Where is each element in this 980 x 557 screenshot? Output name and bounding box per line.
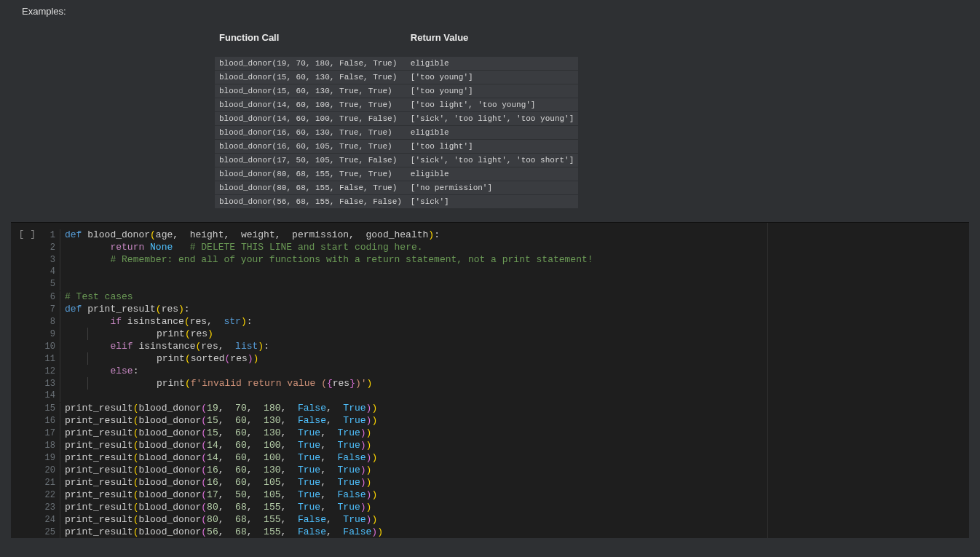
line-number: 21 bbox=[40, 477, 60, 489]
code-text[interactable]: print(f'invalid return value ({res})') bbox=[65, 377, 372, 390]
cell-function-call: blood_donor(14, 60, 100, True, False) bbox=[215, 112, 406, 125]
line-number: 19 bbox=[40, 452, 60, 465]
code-line[interactable]: 24print_result(blood_donor(80, 68, 155, … bbox=[40, 513, 969, 526]
code-line[interactable]: 17print_result(blood_donor(15, 60, 130, … bbox=[40, 427, 969, 439]
code-editor[interactable]: 1def blood_donor(age, height, weight, pe… bbox=[40, 223, 969, 538]
line-number: 23 bbox=[40, 502, 60, 514]
code-line[interactable]: 13 print(f'invalid return value ({res})'… bbox=[40, 377, 969, 390]
cell-return-value: ['sick'] bbox=[406, 195, 578, 208]
line-number: 14 bbox=[40, 390, 60, 402]
markdown-cell: Examples: Function Call Return Value blo… bbox=[0, 0, 980, 222]
code-cell[interactable]: [ ] 1def blood_donor(age, height, weight… bbox=[11, 222, 969, 538]
code-text[interactable]: print_result(blood_donor(16, 60, 130, Tr… bbox=[65, 464, 371, 476]
examples-label: Examples: bbox=[22, 6, 958, 17]
line-number: 15 bbox=[40, 403, 60, 415]
code-line[interactable]: 2 return None # DELETE THIS LINE and sta… bbox=[40, 241, 969, 253]
line-number: 18 bbox=[40, 440, 60, 452]
cell-return-value: ['too light', 'too young'] bbox=[406, 98, 578, 111]
line-number: 2 bbox=[40, 242, 60, 254]
col-header-return: Return Value bbox=[406, 28, 578, 56]
line-number: 8 bbox=[40, 316, 60, 328]
cell-function-call: blood_donor(19, 70, 180, False, True) bbox=[215, 57, 406, 70]
table-row: blood_donor(17, 50, 105, True, False)['s… bbox=[215, 154, 578, 167]
code-line[interactable]: 5 bbox=[40, 278, 969, 291]
code-line[interactable]: 22print_result(blood_donor(17, 50, 105, … bbox=[40, 489, 969, 501]
code-line[interactable]: 8 if isinstance(res, str): bbox=[40, 315, 969, 328]
examples-table: Function Call Return Value blood_donor(1… bbox=[215, 27, 578, 209]
cell-function-call: blood_donor(80, 68, 155, True, True) bbox=[215, 167, 406, 181]
code-line[interactable]: 15print_result(blood_donor(19, 70, 180, … bbox=[40, 402, 969, 414]
code-line[interactable]: 23print_result(blood_donor(80, 68, 155, … bbox=[40, 501, 969, 513]
code-line[interactable]: 12 else: bbox=[40, 365, 969, 377]
execution-indicator[interactable]: [ ] bbox=[11, 223, 40, 538]
table-row: blood_donor(15, 60, 130, True, True)['to… bbox=[215, 84, 578, 98]
code-text[interactable]: def blood_donor(age, height, weight, per… bbox=[65, 229, 440, 241]
table-row: blood_donor(14, 60, 100, True, False)['s… bbox=[215, 112, 578, 125]
code-line[interactable]: 4 bbox=[40, 266, 969, 278]
examples-table-container: Function Call Return Value blood_donor(1… bbox=[215, 27, 499, 209]
cell-return-value: eligible bbox=[406, 57, 578, 70]
cell-function-call: blood_donor(56, 68, 155, False, False) bbox=[215, 195, 406, 208]
code-line[interactable]: 20print_result(blood_donor(16, 60, 130, … bbox=[40, 464, 969, 476]
code-line[interactable]: 6# Test cases bbox=[40, 291, 969, 303]
line-number: 10 bbox=[40, 341, 60, 353]
code-line[interactable]: 11 print(sorted(res)) bbox=[40, 352, 969, 365]
code-text[interactable]: print_result(blood_donor(80, 68, 155, Tr… bbox=[65, 501, 371, 513]
code-text[interactable]: print_result(blood_donor(80, 68, 155, Fa… bbox=[65, 513, 377, 526]
code-text[interactable]: print_result(blood_donor(19, 70, 180, Fa… bbox=[65, 402, 377, 414]
code-line[interactable]: 19print_result(blood_donor(14, 60, 100, … bbox=[40, 451, 969, 464]
code-text[interactable]: if isinstance(res, str): bbox=[65, 315, 253, 328]
line-number: 17 bbox=[40, 427, 60, 440]
code-text[interactable]: def print_result(res): bbox=[65, 303, 190, 315]
cell-return-value: eligible bbox=[406, 167, 578, 181]
line-number: 1 bbox=[40, 229, 60, 242]
code-text[interactable]: print_result(blood_donor(15, 60, 130, Tr… bbox=[65, 427, 371, 439]
cell-function-call: blood_donor(17, 50, 105, True, False) bbox=[215, 154, 406, 167]
code-text[interactable]: print_result(blood_donor(14, 60, 100, Tr… bbox=[65, 451, 377, 464]
cell-function-call: blood_donor(14, 60, 100, True, True) bbox=[215, 98, 406, 111]
code-line[interactable]: 10 elif isinstance(res, list): bbox=[40, 340, 969, 352]
code-text[interactable]: print_result(blood_donor(16, 60, 105, Tr… bbox=[65, 476, 371, 489]
line-number: 9 bbox=[40, 328, 60, 341]
code-line[interactable]: 9 print(res) bbox=[40, 328, 969, 340]
line-number: 3 bbox=[40, 254, 60, 266]
code-line[interactable]: 1def blood_donor(age, height, weight, pe… bbox=[40, 229, 969, 241]
cell-function-call: blood_donor(80, 68, 155, False, True) bbox=[215, 181, 406, 194]
code-text[interactable]: print(res) bbox=[65, 328, 213, 340]
code-text[interactable]: print_result(blood_donor(15, 60, 130, Fa… bbox=[65, 414, 377, 427]
table-row: blood_donor(56, 68, 155, False, False)['… bbox=[215, 195, 578, 208]
code-line[interactable]: 18print_result(blood_donor(14, 60, 100, … bbox=[40, 439, 969, 451]
code-text[interactable]: print_result(blood_donor(17, 50, 105, Tr… bbox=[65, 489, 377, 501]
table-row: blood_donor(80, 68, 155, False, True)['n… bbox=[215, 181, 578, 194]
code-line[interactable]: 25print_result(blood_donor(56, 68, 155, … bbox=[40, 526, 969, 538]
cell-return-value: eligible bbox=[406, 126, 578, 139]
table-row: blood_donor(19, 70, 180, False, True)eli… bbox=[215, 57, 578, 70]
code-text[interactable]: # Test cases bbox=[65, 291, 133, 303]
cell-return-value: ['sick', 'too light', 'too short'] bbox=[406, 154, 578, 167]
code-text[interactable]: print(sorted(res)) bbox=[65, 352, 258, 365]
line-number: 11 bbox=[40, 353, 60, 366]
col-header-call: Function Call bbox=[215, 28, 406, 56]
line-number: 20 bbox=[40, 465, 60, 477]
code-text[interactable]: else: bbox=[65, 365, 138, 377]
code-text[interactable]: print_result(blood_donor(14, 60, 100, Tr… bbox=[65, 439, 371, 451]
line-number: 22 bbox=[40, 489, 60, 502]
code-text[interactable]: return None # DELETE THIS LINE and start… bbox=[65, 241, 423, 253]
table-row: blood_donor(80, 68, 155, True, True)elig… bbox=[215, 167, 578, 181]
code-line[interactable]: 14 bbox=[40, 390, 969, 402]
cell-function-call: blood_donor(15, 60, 130, True, True) bbox=[215, 84, 406, 98]
code-line[interactable]: 21print_result(blood_donor(16, 60, 105, … bbox=[40, 476, 969, 489]
code-text[interactable]: print_result(blood_donor(56, 68, 155, Fa… bbox=[65, 526, 383, 538]
cell-return-value: ['too young'] bbox=[406, 71, 578, 84]
table-row: blood_donor(15, 60, 130, False, True)['t… bbox=[215, 71, 578, 84]
line-number: 12 bbox=[40, 366, 60, 378]
code-line[interactable]: 3 # Remember: end all of your functions … bbox=[40, 253, 969, 266]
line-number: 6 bbox=[40, 291, 60, 304]
line-number: 7 bbox=[40, 304, 60, 316]
code-line[interactable]: 7def print_result(res): bbox=[40, 303, 969, 315]
code-text[interactable]: # Remember: end all of your functions wi… bbox=[65, 253, 593, 266]
code-text[interactable]: elif isinstance(res, list): bbox=[65, 340, 269, 352]
code-line[interactable]: 16print_result(blood_donor(15, 60, 130, … bbox=[40, 414, 969, 427]
line-number: 25 bbox=[40, 526, 60, 539]
line-number: 16 bbox=[40, 415, 60, 427]
